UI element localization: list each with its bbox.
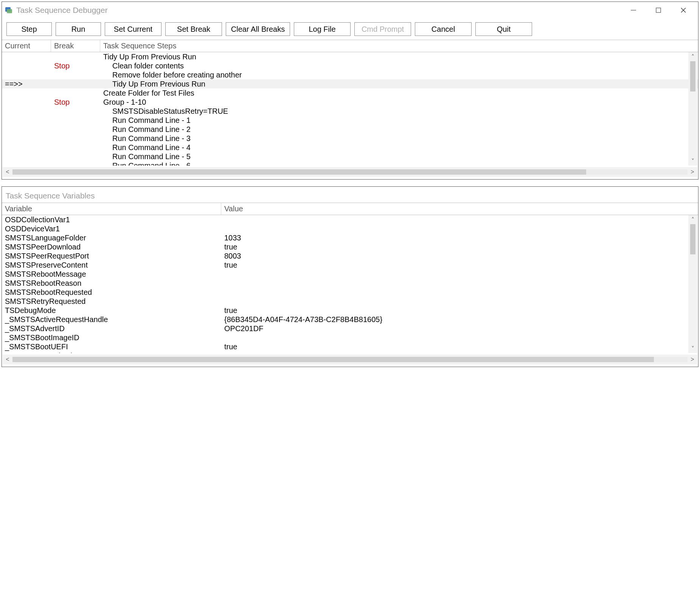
variable-row[interactable]: SMSTSRebootMessage: [2, 270, 698, 279]
column-value[interactable]: Value: [221, 203, 698, 215]
variable-name: SMSTSLanguageFolder: [2, 233, 221, 242]
set-current-button[interactable]: Set Current: [105, 22, 161, 36]
column-steps[interactable]: Task Sequence Steps: [100, 40, 698, 52]
step-break-marker: [51, 88, 100, 98]
scroll-left-icon[interactable]: <: [3, 167, 12, 177]
step-row[interactable]: Run Command Line - 5: [2, 152, 698, 161]
minimize-button[interactable]: [621, 3, 646, 18]
variable-row[interactable]: _SMSTSCertSelection: [2, 351, 698, 353]
step-label: Tidy Up From Previous Run: [100, 79, 698, 88]
set-break-button[interactable]: Set Break: [165, 22, 222, 36]
steps-horizontal-scrollbar[interactable]: < >: [3, 167, 697, 177]
column-variable[interactable]: Variable: [2, 203, 221, 215]
log-file-button[interactable]: Log File: [294, 22, 351, 36]
step-label: Run Command Line - 2: [100, 125, 698, 134]
variable-name: SMSTSPeerRequestPort: [2, 251, 221, 260]
scroll-up-icon[interactable]: ˄: [688, 215, 697, 224]
variable-row[interactable]: SMSTSLanguageFolder1033: [2, 233, 698, 242]
variable-row[interactable]: SMSTSRebootReason: [2, 279, 698, 288]
step-button[interactable]: Step: [6, 22, 52, 36]
variable-row[interactable]: TSDebugModetrue: [2, 306, 698, 315]
variable-name: _SMSTSAdvertID: [2, 324, 221, 333]
variable-value: [221, 351, 698, 353]
variables-list: Variable Value OSDCollectionVar1OSDDevic…: [2, 203, 698, 364]
step-current-marker: [2, 88, 51, 98]
variable-row[interactable]: SMSTSPeerRequestPort8003: [2, 251, 698, 260]
step-row[interactable]: Run Command Line - 4: [2, 143, 698, 152]
cancel-button[interactable]: Cancel: [415, 22, 472, 36]
variable-row[interactable]: SMSTSPreserveContenttrue: [2, 260, 698, 270]
step-row[interactable]: StopClean folder contents: [2, 61, 698, 70]
step-row[interactable]: SMSTSDisableStatusRetry=TRUE: [2, 107, 698, 116]
variables-horizontal-scrollbar[interactable]: < >: [3, 355, 697, 364]
variables-window: Task Sequence Variables Variable Value O…: [2, 186, 698, 367]
step-current-marker: [2, 61, 51, 70]
step-break-marker: Stop: [51, 61, 100, 70]
step-current-marker: [2, 125, 51, 134]
variable-row[interactable]: SMSTSPeerDownloadtrue: [2, 242, 698, 251]
clear-breaks-button[interactable]: Clear All Breaks: [226, 22, 290, 36]
variable-row[interactable]: _SMSTSBootUEFItrue: [2, 342, 698, 351]
variable-value: true: [221, 260, 698, 270]
variable-row[interactable]: OSDCollectionVar1: [2, 215, 698, 224]
step-current-marker: [2, 70, 51, 79]
variable-name: SMSTSRebootReason: [2, 279, 221, 288]
variables-vertical-scrollbar[interactable]: ˄ ˅: [688, 215, 697, 353]
maximize-button[interactable]: [646, 3, 671, 18]
svg-rect-3: [656, 8, 661, 12]
column-current[interactable]: Current: [2, 40, 51, 52]
step-row[interactable]: Create Folder for Test Files: [2, 88, 698, 98]
step-label: SMSTSDisableStatusRetry=TRUE: [100, 107, 698, 116]
scroll-right-icon[interactable]: >: [688, 355, 697, 364]
step-row[interactable]: Remove folder before creating another: [2, 70, 698, 79]
step-row[interactable]: ==>>Tidy Up From Previous Run: [2, 79, 698, 88]
variable-row[interactable]: OSDDeviceVar1: [2, 224, 698, 233]
step-row[interactable]: Run Command Line - 2: [2, 125, 698, 134]
variable-value: [221, 333, 698, 342]
variable-value: [221, 297, 698, 306]
step-label: Run Command Line - 5: [100, 152, 698, 161]
variable-value: {86B345D4-A04F-4724-A73B-C2F8B4B81605}: [221, 315, 698, 324]
variable-row[interactable]: SMSTSRebootRequested: [2, 288, 698, 297]
column-break[interactable]: Break: [51, 40, 100, 52]
step-row[interactable]: StopGroup - 1-10: [2, 98, 698, 107]
variable-name: TSDebugMode: [2, 306, 221, 315]
variable-row[interactable]: _SMSTSAdvertIDOPC201DF: [2, 324, 698, 333]
step-label: Create Folder for Test Files: [100, 88, 698, 98]
variable-value: [221, 288, 698, 297]
scroll-left-icon[interactable]: <: [3, 355, 12, 364]
scroll-down-icon[interactable]: ˅: [688, 344, 697, 353]
step-label: Run Command Line - 4: [100, 143, 698, 152]
variables-body[interactable]: OSDCollectionVar1OSDDeviceVar1SMSTSLangu…: [2, 215, 698, 353]
scroll-up-icon[interactable]: ˄: [688, 52, 697, 61]
step-label: Remove folder before creating another: [100, 70, 698, 79]
steps-body[interactable]: Tidy Up From Previous RunStopClean folde…: [2, 52, 698, 166]
run-button[interactable]: Run: [56, 22, 101, 36]
variable-row[interactable]: _SMSTSBootImageID: [2, 333, 698, 342]
variable-name: SMSTSRebootRequested: [2, 288, 221, 297]
variable-name: SMSTSRetryRequested: [2, 297, 221, 306]
scroll-right-icon[interactable]: >: [688, 167, 697, 177]
step-row[interactable]: Run Command Line - 3: [2, 134, 698, 143]
variable-name: _SMSTSActiveRequestHandle: [2, 315, 221, 324]
step-row[interactable]: Tidy Up From Previous Run: [2, 52, 698, 61]
window-title: Task Sequence Debugger: [16, 6, 621, 15]
scroll-down-icon[interactable]: ˅: [688, 156, 697, 166]
step-row[interactable]: Run Command Line - 1: [2, 116, 698, 125]
step-break-marker: [51, 152, 100, 161]
step-current-marker: [2, 107, 51, 116]
step-break-marker: [51, 52, 100, 61]
steps-vertical-scrollbar[interactable]: ˄ ˅: [688, 52, 697, 166]
variable-value: [221, 279, 698, 288]
step-current-marker: [2, 116, 51, 125]
step-break-marker: [51, 116, 100, 125]
variable-row[interactable]: _SMSTSActiveRequestHandle{86B345D4-A04F-…: [2, 315, 698, 324]
cmd-prompt-button: Cmd Prompt: [354, 22, 411, 36]
quit-button[interactable]: Quit: [475, 22, 532, 36]
step-row[interactable]: Run Command Line - 6: [2, 161, 698, 166]
toolbar: Step Run Set Current Set Break Clear All…: [2, 19, 698, 40]
step-break-marker: Stop: [51, 98, 100, 107]
variable-name: _SMSTSCertSelection: [2, 351, 221, 353]
close-button[interactable]: [671, 3, 696, 18]
variable-row[interactable]: SMSTSRetryRequested: [2, 297, 698, 306]
